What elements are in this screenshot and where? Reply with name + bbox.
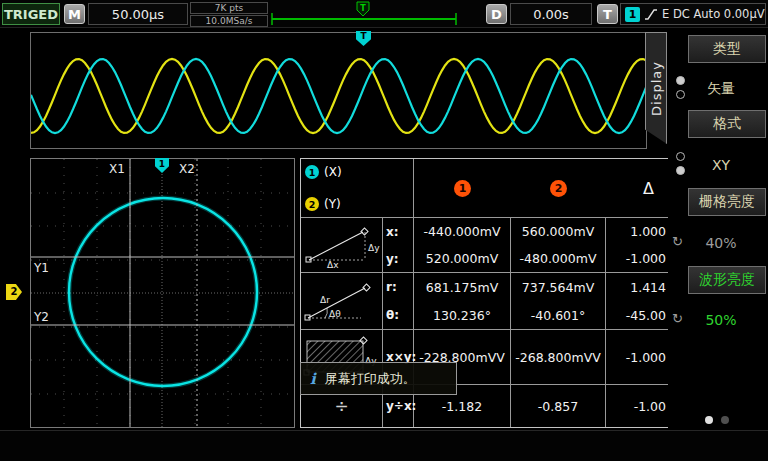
cursor-y2-label: Y2 (33, 310, 49, 324)
ch2-level-marker[interactable]: 2 (6, 284, 22, 300)
cursor-x1-label: X1 (109, 162, 125, 176)
toast-message: 屏幕打印成功。 (325, 370, 416, 388)
wave-brightness-value[interactable]: 50% (676, 303, 766, 337)
format-header-button[interactable]: 格式 (688, 110, 766, 138)
trigger-settings: E DC Auto 0.00μV (662, 7, 765, 21)
cursor2-number-icon: 2 (550, 180, 567, 197)
page-dot-inactive (721, 416, 729, 424)
row1-labels: x:y: (383, 218, 414, 273)
type-header-button[interactable]: 类型 (688, 35, 766, 63)
trigger-info-box: 1 E DC Auto 0.00μV (620, 3, 766, 25)
row3-ch2-value: -268.800mVV (511, 330, 606, 385)
row3-delta-value: -1.000 (606, 330, 668, 385)
source-x-label: (X) (324, 165, 342, 179)
grid-brightness-value[interactable]: 40% (676, 226, 766, 260)
sample-rate: 10.0MSa/s (190, 15, 268, 27)
xy-display-window: X1 X2 Y1 Y2 (30, 158, 295, 428)
trigger-position-shield[interactable]: T (357, 2, 369, 16)
top-status-bar: TRIGED M 50.00μs 7K pts 10.0MSa/s T D 0.… (0, 0, 768, 28)
waveform-plot (31, 33, 646, 148)
svg-text:Δθ: Δθ (329, 309, 341, 319)
row2-labels: r:θ: (383, 273, 414, 330)
display-menu-panel: 类型 矢量 格式 XY 栅格亮度 ↻ 40% 波形亮度 ↻ 50% (668, 28, 768, 430)
col-header-delta: Δ (606, 159, 668, 218)
delay-d-button[interactable]: D (486, 4, 507, 24)
col-header-ch1: 1 (414, 159, 511, 218)
source-header-cell: 1 (X) 2 (Y) (301, 159, 414, 218)
col-header-ch2: 2 (511, 159, 606, 218)
timebase-readout: 50.00μs (88, 3, 188, 25)
row4-delta-value: -1.00 (606, 385, 668, 427)
source-x-line: 1 (X) (305, 165, 342, 179)
trigger-source-badge: 1 (625, 7, 640, 22)
svg-text:Δy: Δy (368, 243, 380, 253)
row1-ch1-values: -440.000mV520.000mV (414, 218, 511, 273)
format-value[interactable]: XY (676, 148, 766, 182)
row2-ch1-values: 681.175mV130.236° (414, 273, 511, 330)
type-value[interactable]: 矢量 (676, 72, 766, 106)
delta-xy-icon: Δy Δx (301, 218, 383, 273)
row2-ch2-values: 737.564mV-40.601° (511, 273, 606, 330)
cursor1-number-icon: 1 (454, 180, 471, 197)
source-y-line: 2 (Y) (305, 197, 341, 211)
menu-m-button[interactable]: M (64, 4, 85, 24)
row4-ch2-value: -0.857 (511, 385, 606, 427)
memory-depth: 7K pts (190, 2, 268, 14)
ch1-waveform (31, 59, 646, 133)
row1-delta-values: 1.000-1.000 (606, 218, 668, 273)
svg-text:Δx: Δx (327, 260, 339, 268)
bottom-status-bar: 1 500.00mV 1X 2 500.00mV 1X M OFF (0, 430, 768, 461)
svg-text:T: T (360, 4, 366, 13)
delay-readout: 0.00s (510, 3, 592, 25)
xy-plot: X1 X2 Y1 Y2 (31, 159, 294, 427)
xy-lissajous-trace (69, 198, 257, 386)
toast-notification: i 屏幕打印成功。 (300, 362, 457, 395)
rising-edge-icon (644, 8, 658, 21)
yt-waveform-window (30, 32, 647, 149)
page-dot-active (705, 416, 713, 424)
oscilloscope-screen: TRIGED M 50.00μs 7K pts 10.0MSa/s T D 0.… (0, 0, 768, 461)
trigger-t-button[interactable]: T (597, 4, 618, 24)
ch1-dot-icon: 1 (305, 165, 319, 179)
row1-ch2-values: 560.000mV-480.000mV (511, 218, 606, 273)
horizontal-position-bar[interactable]: T (268, 0, 460, 27)
svg-text:Δr: Δr (320, 295, 330, 305)
trigger-status: TRIGED (2, 3, 60, 25)
ch2-dot-icon: 2 (305, 197, 319, 211)
wave-brightness-header[interactable]: 波形亮度 (688, 266, 766, 294)
cursor-x2-label: X2 (179, 162, 195, 176)
row2-delta-values: 1.414-45.00 (606, 273, 668, 330)
display-menu-tab[interactable]: Display (645, 32, 667, 144)
ch2-waveform (31, 59, 646, 133)
delta-r-theta-icon: Δr Δθ (301, 273, 383, 330)
info-icon: i (310, 370, 316, 388)
display-tab-label: Display (649, 61, 664, 116)
grid-brightness-header[interactable]: 栅格亮度 (688, 188, 766, 216)
source-y-label: (Y) (324, 197, 341, 211)
cursor-y1-label: Y1 (33, 261, 49, 275)
